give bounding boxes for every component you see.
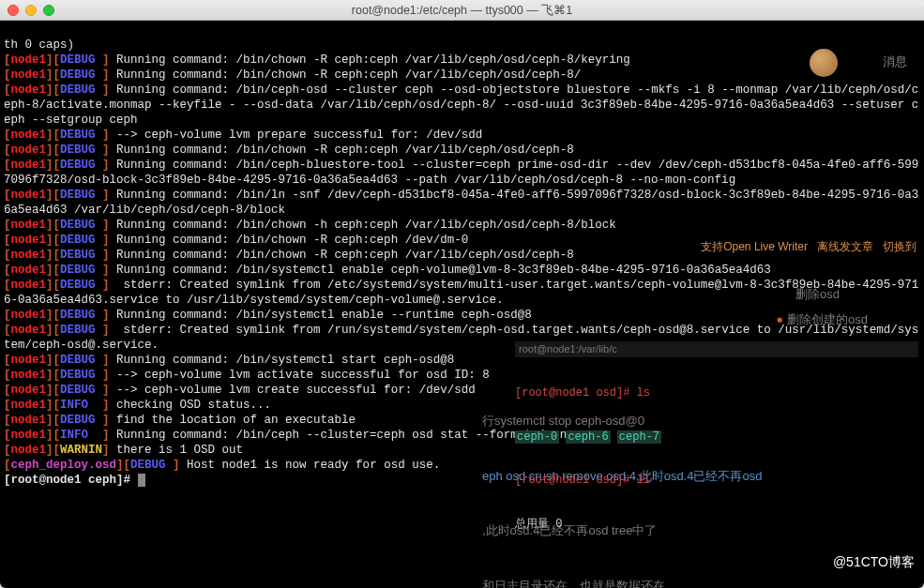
window-title: root@node1:/etc/ceph — ttys000 — 飞⌘1 [8, 3, 916, 18]
shell-prompt[interactable]: [root@node1 ceph]# [4, 474, 138, 487]
terminal-output[interactable]: th 0 caps) [node1][DEBUG ] Running comma… [0, 21, 924, 588]
window-controls [8, 5, 54, 16]
close-icon[interactable] [8, 5, 19, 16]
maximize-icon[interactable] [43, 5, 54, 16]
minimize-icon[interactable] [25, 5, 37, 16]
ghost-tabs: 支持Open Live Writer离线发文章切换到 [701, 240, 916, 254]
ghost-msg: 消息 [883, 54, 907, 70]
log-line: th 0 caps) [4, 38, 74, 52]
terminal-window: root@node1:/etc/ceph — ttys000 — 飞⌘1 th … [0, 0, 924, 588]
watermark: @51CTO博客 [833, 554, 915, 571]
titlebar: root@node1:/etc/ceph — ttys000 — 飞⌘1 [0, 0, 924, 21]
ghost-terminal: root@node1:/var/lib/c [root@node1 osd]# … [515, 312, 918, 562]
globe-icon [810, 49, 838, 77]
cursor-icon [138, 474, 145, 487]
